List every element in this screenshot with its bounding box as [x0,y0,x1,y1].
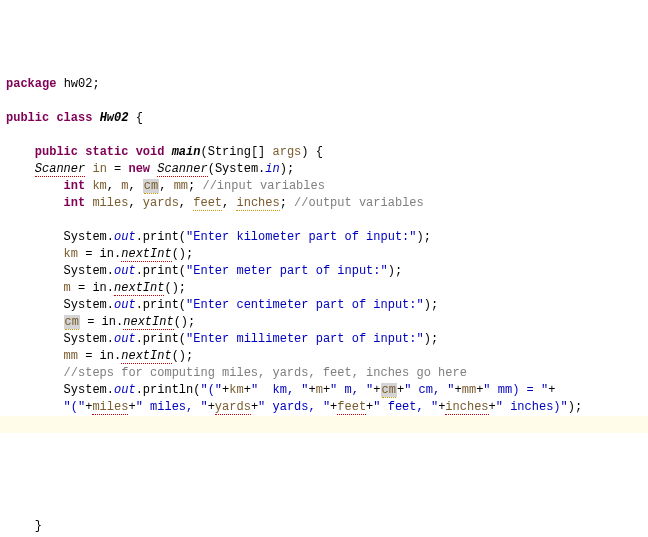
keyword-public: public [6,111,49,125]
call-close: (); [172,349,194,363]
var-m: m [316,383,323,397]
var-miles: miles [92,400,128,415]
var-m: m [64,281,71,295]
params-open: (String[] [200,145,272,159]
string-km-lbl: " km, " [251,383,309,397]
field-out: out [114,230,136,244]
string-m-lbl: " m, " [330,383,373,397]
comment-output: //output variables [294,196,424,210]
code-editor: package hw02; public class Hw02 { public… [6,76,642,537]
var-inches: inches [445,400,488,415]
method-nextint: nextInt [121,349,171,364]
keyword-package: package [6,77,56,91]
print-call: .print( [136,230,186,244]
var-mm: mm [64,349,78,363]
var-mm: mm [462,383,476,397]
string-inches-lbl: " inches)" [496,400,568,414]
field-in: in [265,162,279,176]
println-call: .println( [136,383,201,397]
keyword-class: class [56,111,92,125]
keyword-void: void [136,145,165,159]
assign: = in. [80,315,123,329]
var-yards: yards [143,196,179,210]
method-main: main [172,145,201,159]
close: ); [417,230,431,244]
keyword-int: int [64,179,86,193]
field-out: out [114,264,136,278]
assign: = in. [78,247,121,261]
call-close: (); [164,281,186,295]
var-feet: feet [193,196,222,211]
assign: = in. [78,349,121,363]
brace: { [136,111,143,125]
print-call: .print( [136,298,186,312]
string-mm: "Enter millimeter part of input:" [186,332,424,346]
keyword-static: static [85,145,128,159]
string-cm: "Enter centimeter part of input:" [186,298,424,312]
string-yards-lbl: " yards, " [258,400,330,414]
field-out: out [114,383,136,397]
keyword-public: public [35,145,78,159]
string-miles-lbl: " miles, " [136,400,208,414]
type-scanner: Scanner [35,162,85,177]
type-scanner: Scanner [157,162,207,177]
var-m: m [121,179,128,193]
close: ); [424,332,438,346]
print-call: .print( [136,264,186,278]
close: ); [568,400,582,414]
field-out: out [114,332,136,346]
comment-steps: //steps for computing miles, yards, feet… [64,366,467,380]
param-args: args [273,145,302,159]
brace-close: } [35,519,42,533]
string-feet-lbl: " feet, " [373,400,438,414]
var-km: km [229,383,243,397]
close: ); [424,298,438,312]
package-name: hw02 [64,77,93,91]
string-km: "Enter kilometer part of input:" [186,230,416,244]
assign: = in. [71,281,114,295]
print-call: .print( [136,332,186,346]
field-out: out [114,298,136,312]
close: ); [388,264,402,278]
string-open: "(" [200,383,222,397]
var-yards: yards [215,400,251,415]
semicolon: ; [92,77,99,91]
var-mm: mm [174,179,188,193]
call-close: (); [172,247,194,261]
var-cm: cm [144,179,158,194]
method-nextint: nextInt [121,247,171,262]
system: System. [64,230,114,244]
var-in: in [92,162,106,176]
system: System. [64,264,114,278]
keyword-int: int [64,196,86,210]
var-inches: inches [236,196,279,211]
params-close: ) { [301,145,323,159]
keyword-new: new [128,162,150,176]
close: ); [280,162,294,176]
var-km: km [64,247,78,261]
method-nextint: nextInt [114,281,164,296]
string-cm-lbl: " cm, " [404,383,454,397]
system: System. [64,298,114,312]
string-open2: "(" [64,400,86,414]
string-m: "Enter meter part of input:" [186,264,388,278]
method-nextint: nextInt [123,315,173,330]
highlighted-blank-line [0,416,648,433]
var-miles: miles [92,196,128,210]
var-feet: feet [337,400,366,415]
var-km: km [92,179,106,193]
class-name: Hw02 [100,111,129,125]
call-close: (); [174,315,196,329]
comment-input: //input variables [202,179,324,193]
var-cm: cm [382,383,396,398]
system: System. [64,332,114,346]
string-mm-lbl: " mm) = " [483,383,548,397]
var-cm: cm [65,315,79,330]
system: System. [64,383,114,397]
